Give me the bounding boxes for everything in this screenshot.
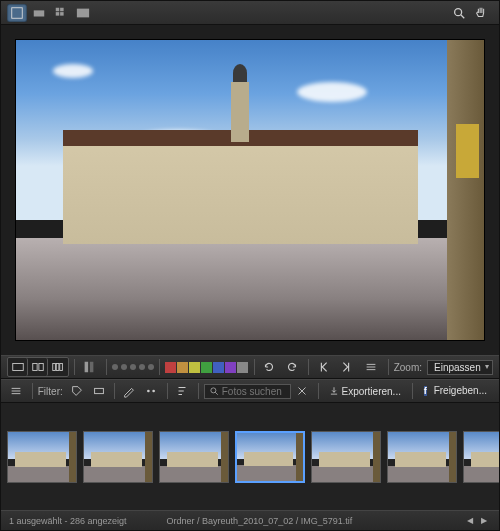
svg-rect-11: [38, 364, 42, 371]
color-swatch[interactable]: [177, 362, 188, 373]
svg-rect-23: [94, 388, 103, 393]
filter-rating-icon[interactable]: [142, 382, 160, 400]
svg-rect-14: [60, 364, 63, 371]
thumbnail[interactable]: [311, 431, 381, 483]
filter-label-icon[interactable]: [90, 382, 108, 400]
share-button[interactable]: f Freigeben...: [418, 383, 493, 399]
prev-icon[interactable]: [314, 358, 333, 376]
svg-point-24: [147, 390, 150, 393]
svg-rect-6: [77, 8, 89, 17]
top-toolbar: [1, 1, 499, 25]
svg-line-8: [461, 14, 465, 18]
thumbnail[interactable]: [235, 431, 305, 483]
color-swatch[interactable]: [189, 362, 200, 373]
svg-rect-10: [32, 364, 36, 371]
rotate-ccw-icon[interactable]: [260, 358, 279, 376]
svg-rect-13: [56, 364, 59, 371]
svg-rect-0: [12, 7, 23, 18]
view-single-icon[interactable]: [7, 4, 27, 22]
next-icon[interactable]: [337, 358, 356, 376]
path-breadcrumb: Ordner / Bayreuth_2010_07_02 / IMG_5791.…: [167, 516, 353, 526]
color-swatch[interactable]: [165, 362, 176, 373]
portrait-compare-icon[interactable]: [80, 358, 99, 376]
svg-point-26: [211, 388, 216, 393]
preview-pane: [1, 25, 499, 355]
view-fullscreen-icon[interactable]: [73, 4, 93, 22]
svg-rect-2: [56, 7, 60, 11]
thumbnail[interactable]: [387, 431, 457, 483]
search-input[interactable]: [222, 386, 286, 397]
strip-next-icon[interactable]: ▶: [477, 516, 491, 525]
selection-status: 1 ausgewählt - 286 angezeigt: [9, 516, 127, 526]
filter-label: Filter:: [38, 386, 63, 397]
svg-rect-5: [60, 12, 64, 16]
toolbar-row-2: Filter: Exportieren... f Freigeben...: [1, 379, 499, 403]
svg-rect-12: [53, 364, 56, 371]
search-box: [204, 384, 291, 399]
clear-search-icon[interactable]: [293, 382, 311, 400]
sort-icon[interactable]: [173, 382, 191, 400]
layout-1-icon[interactable]: [8, 358, 28, 376]
color-swatch[interactable]: [225, 362, 236, 373]
thumbnail[interactable]: [83, 431, 153, 483]
color-swatch[interactable]: [201, 362, 212, 373]
filter-tag-icon[interactable]: [68, 382, 86, 400]
svg-rect-4: [56, 12, 60, 16]
thumbnail[interactable]: [7, 431, 77, 483]
view-grid-icon[interactable]: [51, 4, 71, 22]
color-labels: [165, 362, 249, 373]
options-icon[interactable]: [7, 382, 25, 400]
color-swatch[interactable]: [213, 362, 224, 373]
layout-3-icon[interactable]: [48, 358, 68, 376]
toolbar-row-1: Zoom: Einpassen: [1, 355, 499, 379]
search-icon: [209, 386, 219, 396]
strip-prev-icon[interactable]: ◀: [463, 516, 477, 525]
hand-tool-icon[interactable]: [471, 4, 491, 22]
color-swatch[interactable]: [237, 362, 248, 373]
thumbnail[interactable]: [159, 431, 229, 483]
svg-rect-15: [85, 362, 89, 373]
svg-rect-3: [60, 7, 64, 11]
zoom-tool-icon[interactable]: [449, 4, 469, 22]
svg-rect-16: [90, 362, 94, 373]
svg-point-7: [455, 8, 462, 15]
rating-dots[interactable]: [112, 364, 154, 370]
zoom-dropdown[interactable]: Einpassen: [427, 360, 493, 375]
layout-2-icon[interactable]: [28, 358, 48, 376]
svg-rect-9: [12, 364, 23, 371]
svg-point-25: [152, 390, 155, 393]
zoom-label: Zoom:: [394, 362, 422, 373]
thumbnail[interactable]: [463, 431, 499, 483]
svg-line-27: [215, 392, 218, 395]
facebook-icon: f: [424, 386, 427, 396]
svg-rect-1: [34, 10, 45, 16]
export-button[interactable]: Exportieren...: [323, 384, 406, 399]
menu-icon[interactable]: [362, 358, 381, 376]
main-photo[interactable]: [15, 39, 485, 341]
rotate-cw-icon[interactable]: [282, 358, 301, 376]
view-split-icon[interactable]: [29, 4, 49, 22]
status-bar: 1 ausgewählt - 286 angezeigt Ordner / Ba…: [1, 510, 499, 530]
filmstrip: [1, 403, 499, 510]
filter-edit-icon[interactable]: [120, 382, 138, 400]
